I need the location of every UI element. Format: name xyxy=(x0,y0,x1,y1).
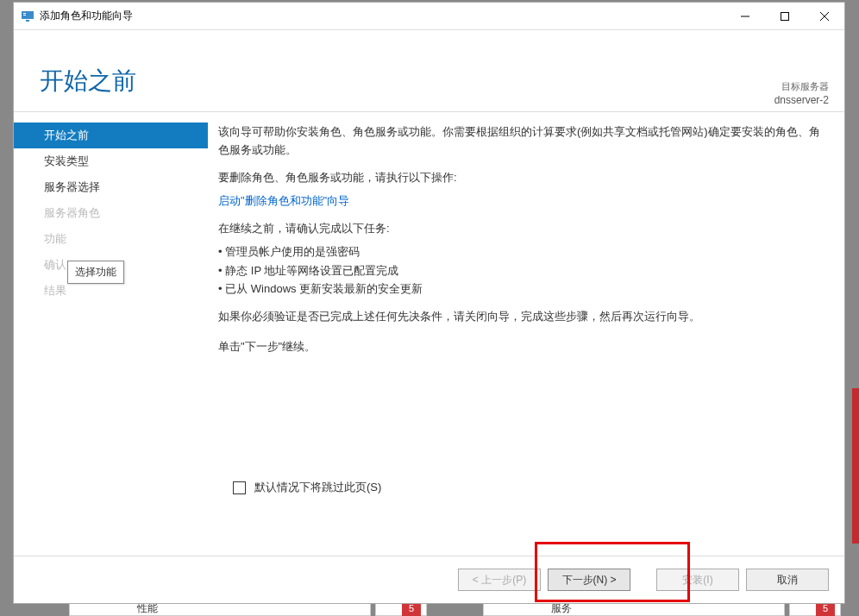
prereq-list: 管理员帐户使用的是强密码 静态 IP 地址等网络设置已配置完成 已从 Windo… xyxy=(218,242,824,298)
bg-red-strip xyxy=(852,388,859,544)
nav-installation-type[interactable]: 安装类型 xyxy=(14,148,208,174)
nav-before-you-begin[interactable]: 开始之前 xyxy=(14,123,208,148)
previous-button: < 上一步(P) xyxy=(458,569,541,591)
prereq-item: 静态 IP 地址等网络设置已配置完成 xyxy=(218,261,824,280)
svg-rect-2 xyxy=(23,15,26,16)
nav-tooltip: 选择功能 xyxy=(67,261,124,284)
nav-features: 功能 xyxy=(14,226,208,252)
continue-note: 单击"下一步"继续。 xyxy=(218,337,824,355)
intro-text: 该向导可帮助你安装角色、角色服务或功能。你需要根据组织的计算要求(例如共享文档或… xyxy=(218,123,824,160)
target-server-name: dnsserver-2 xyxy=(774,94,829,106)
close-button[interactable] xyxy=(805,3,844,29)
server-manager-icon xyxy=(21,9,34,23)
cancel-button[interactable]: 取消 xyxy=(746,569,829,591)
remove-wizard-link[interactable]: 启动"删除角色和功能"向导 xyxy=(218,194,349,207)
svg-rect-5 xyxy=(781,12,789,20)
minimize-button[interactable] xyxy=(725,3,765,29)
prereq-item: 管理员帐户使用的是强密码 xyxy=(218,242,824,261)
install-button: 安装(I) xyxy=(656,569,739,591)
next-button[interactable]: 下一步(N) > xyxy=(548,569,630,591)
prereq-item: 已从 Windows 更新安装最新的安全更新 xyxy=(218,280,824,298)
svg-rect-3 xyxy=(26,20,29,22)
page-title: 开始之前 xyxy=(40,65,136,97)
skip-page-checkbox[interactable] xyxy=(233,481,246,494)
maximize-button[interactable] xyxy=(765,3,805,29)
body: 开始之前 安装类型 服务器选择 服务器角色 功能 确认 结果 选择功能 该向导可… xyxy=(14,112,844,556)
header: 开始之前 目标服务器 dnsserver-2 xyxy=(14,30,844,112)
window-title: 添加角色和功能向导 xyxy=(40,9,725,23)
wizard-footer: < 上一步(P) 下一步(N) > 安装(I) 取消 xyxy=(14,556,844,603)
svg-rect-1 xyxy=(23,13,26,14)
titlebar: 添加角色和功能向导 xyxy=(14,3,844,30)
window-controls xyxy=(725,3,844,29)
wizard-nav: 开始之前 安装类型 服务器选择 服务器角色 功能 确认 结果 选择功能 xyxy=(14,112,208,556)
before-continue-text: 在继续之前，请确认完成以下任务: xyxy=(218,219,824,237)
target-server-label: 目标服务器 xyxy=(781,80,829,93)
wizard-window: 添加角色和功能向导 开始之前 目标服务器 dnsserver-2 开始之前 安装… xyxy=(13,2,845,604)
skip-page-row: 默认情况下将跳过此页(S) xyxy=(233,480,381,495)
skip-page-label: 默认情况下将跳过此页(S) xyxy=(254,480,381,495)
remove-label: 要删除角色、角色服务或功能，请执行以下操作: xyxy=(218,168,824,186)
nav-server-roles: 服务器角色 xyxy=(14,200,208,226)
nav-server-selection[interactable]: 服务器选择 xyxy=(14,174,208,200)
verify-note: 如果你必须验证是否已完成上述任何先决条件，请关闭向导，完成这些步骤，然后再次运行… xyxy=(218,307,824,325)
